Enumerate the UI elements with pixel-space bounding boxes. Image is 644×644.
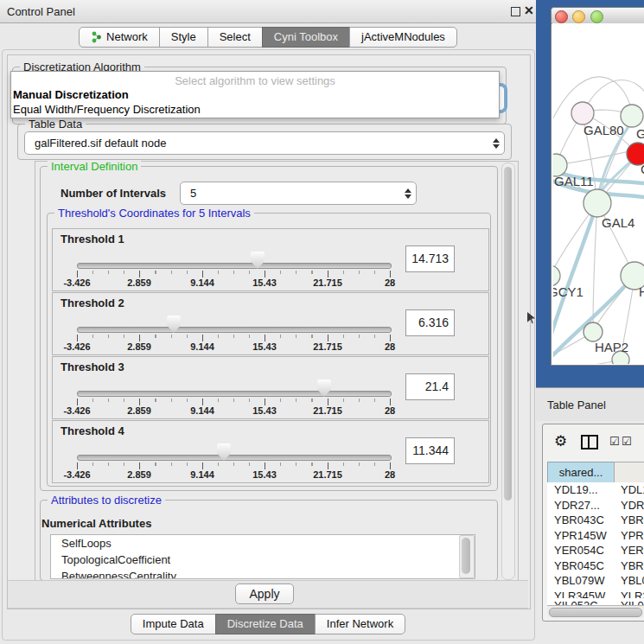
tick-label: 2.859: [127, 405, 151, 416]
tick-label: 21.715: [313, 405, 342, 416]
window-title: Control Panel: [7, 5, 75, 18]
node-hap2[interactable]: [583, 322, 603, 341]
num-intervals-combobox[interactable]: 5: [180, 182, 417, 205]
float-window-icon[interactable]: [511, 7, 520, 16]
tab-label: Cyni Toolbox: [274, 28, 338, 47]
network-icon: [91, 31, 102, 43]
table-data-combobox[interactable]: galFiltered.sif default node: [24, 131, 505, 155]
node-label-gcy1: GCY1: [553, 284, 583, 299]
table-row[interactable]: YBR043CYBR0: [547, 513, 644, 528]
threshold-label: Threshold 1: [61, 233, 124, 245]
gear-icon[interactable]: ⚙: [554, 432, 567, 450]
list-item[interactable]: TopologicalCoefficient: [51, 552, 475, 568]
mac-close-button[interactable]: [555, 10, 568, 23]
node-label-gal4: GAL4: [602, 215, 634, 230]
algorithm-dropdown-popup: Select algorithm to view settings Manual…: [10, 71, 500, 118]
dropdown-option-equal-width[interactable]: Equal Width/Frequency Discretization: [11, 102, 499, 117]
node-gcy1[interactable]: [553, 265, 560, 286]
tick-label: 9.144: [190, 341, 214, 352]
close-icon[interactable]: ✕: [524, 3, 534, 17]
num-intervals-value: 5: [181, 187, 400, 200]
node-gal4[interactable]: [583, 189, 611, 217]
network-window-titlebar[interactable]: [552, 8, 644, 24]
table-row[interactable]: YDL19...YDL1: [547, 482, 644, 498]
table-data-value: galFiltered.sif default node: [25, 137, 488, 150]
tab-infer-network[interactable]: Infer Network: [315, 614, 405, 634]
tab-select[interactable]: Select: [207, 27, 263, 48]
tab-label: Network: [106, 28, 148, 47]
dropdown-option-manual[interactable]: Manual Discretization: [11, 87, 499, 102]
threshold-value-field[interactable]: 6.316: [405, 309, 455, 336]
tick-label: -3.426: [63, 277, 90, 288]
threshold-label: Threshold 4: [61, 424, 124, 437]
slider-track[interactable]: [77, 391, 392, 397]
table-row[interactable]: YIL052CYIL0: [547, 598, 644, 605]
list-item[interactable]: SelfLoops: [51, 535, 475, 552]
tab-label: Infer Network: [327, 615, 393, 634]
tab-jactivemnodules[interactable]: jActiveMNodules: [349, 27, 457, 48]
control-panel-titlebar: Control Panel ✕: [0, 0, 536, 23]
tick-label: 28: [385, 341, 395, 352]
column-header-shared[interactable]: shared...: [547, 462, 615, 483]
tick-label: 9.144: [190, 469, 214, 480]
tab-impute-data[interactable]: Impute Data: [131, 614, 216, 634]
mac-zoom-button[interactable]: [590, 10, 603, 23]
thresholds-group-title: Threshold's Coordinates for 5 Intervals: [54, 207, 254, 220]
threshold-value-field[interactable]: 21.4: [405, 373, 455, 400]
scrollbar-thumb[interactable]: [504, 167, 512, 501]
network-view-window: GAL80 G C GAL11 GAL4 GCY1 H HAP2: [551, 7, 644, 366]
interval-definition-title: Interval Definition: [48, 160, 141, 173]
tick-label: 15.43: [252, 277, 277, 288]
threshold-value-field[interactable]: 14.713: [405, 245, 455, 272]
tick-label: 15.43: [252, 405, 277, 416]
apply-button[interactable]: Apply: [235, 583, 294, 604]
table-row[interactable]: YPR145WYPR1: [547, 528, 644, 544]
table-row[interactable]: YER054CYER0: [547, 543, 644, 558]
tick-label: 2.859: [127, 469, 151, 480]
slider-major-ticks: [77, 271, 391, 277]
tab-label: Select: [220, 28, 251, 47]
node-label-partial-g: G: [636, 126, 644, 141]
slider-major-ticks: [77, 399, 391, 405]
node-label-partial-h: H: [639, 284, 644, 299]
slider-major-ticks: [77, 462, 391, 469]
slider-track[interactable]: [77, 327, 392, 333]
numerical-attributes-list[interactable]: SelfLoops TopologicalCoefficient Between…: [50, 534, 475, 579]
node-gal80[interactable]: [571, 102, 594, 124]
tab-label: Discretize Data: [227, 615, 303, 634]
bottom-tabbar: Impute Data Discretize Data Infer Networ…: [2, 614, 534, 634]
table-row[interactable]: YBR045CYBR0: [547, 558, 644, 574]
horizontal-scrollbar[interactable]: [547, 605, 644, 617]
threshold-value-field[interactable]: 11.344: [405, 437, 455, 464]
tick-label: 21.715: [313, 341, 342, 352]
slider-track[interactable]: [77, 455, 392, 461]
tick-label: 15.43: [252, 469, 277, 480]
tab-network[interactable]: Network: [79, 27, 160, 48]
numerical-attributes-label: Numerical Attributes: [41, 517, 151, 530]
checkbox-icon[interactable]: ☑: [609, 435, 620, 448]
table-row[interactable]: YDR27...YDR2: [547, 498, 644, 513]
network-canvas[interactable]: GAL80 G C GAL11 GAL4 GCY1 H HAP2: [552, 23, 644, 364]
table-row[interactable]: YBL079WYBL0: [547, 573, 644, 589]
network-graph: GAL80 G C GAL11 GAL4 GCY1 H HAP2: [553, 23, 644, 364]
algorithm-hint: Select algorithm to view settings: [11, 72, 499, 87]
tab-style[interactable]: Style: [159, 27, 208, 48]
node-partial-top[interactable]: [621, 105, 643, 127]
tab-discretize-data[interactable]: Discretize Data: [215, 614, 316, 634]
tab-cyni-toolbox[interactable]: Cyni Toolbox: [262, 27, 350, 48]
tick-label: 28: [385, 277, 395, 288]
hscrollbar-thumb[interactable]: [549, 608, 642, 617]
column-header-name[interactable]: na: [614, 462, 644, 483]
tick-label: 28: [385, 405, 395, 416]
split-pane-icon[interactable]: [581, 435, 598, 450]
list-scrollbar-thumb[interactable]: [462, 538, 470, 574]
list-item[interactable]: BetweennessCentrality: [51, 568, 475, 579]
stepper-icon: [488, 138, 504, 149]
mac-minimize-button[interactable]: [572, 10, 585, 23]
slider-track[interactable]: [77, 263, 392, 269]
vertical-scrollbar[interactable]: [501, 163, 515, 580]
tick-label: 28: [385, 469, 395, 480]
tick-label: -3.426: [63, 341, 90, 352]
checkbox-icon[interactable]: ☑: [622, 435, 632, 448]
list-scrollbar[interactable]: [459, 535, 475, 578]
